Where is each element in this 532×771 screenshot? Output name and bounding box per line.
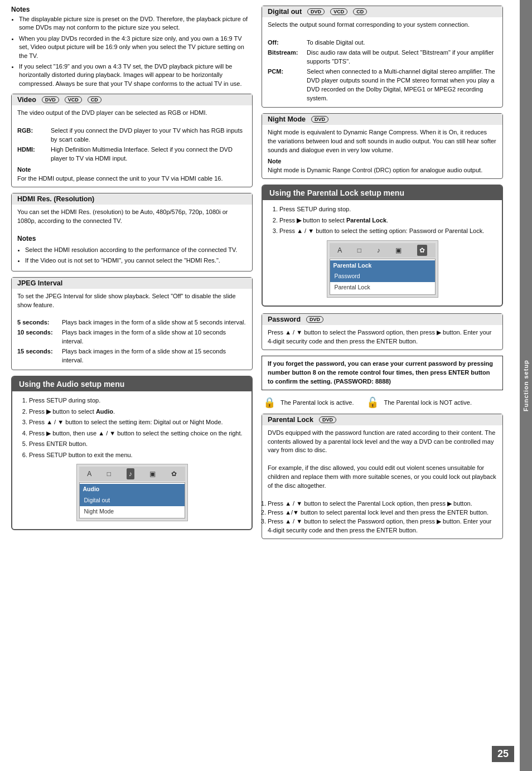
list-item: Press ▲/▼ button to select parental lock… xyxy=(268,508,497,517)
video-header: Video DVD VCD CD xyxy=(12,94,252,105)
list-item: Press ENTER button. xyxy=(29,439,245,449)
note-title: Note xyxy=(268,158,281,164)
menu-icon-a: A xyxy=(87,469,91,479)
def-body: Select if you connect the DVD player to … xyxy=(51,127,246,144)
list-item: Press SETUP button to exit the menu. xyxy=(29,450,245,460)
menu-topbar: A □ ♪ ▣ ✿ xyxy=(79,467,185,481)
def-body: Plays back images in the form of a slide… xyxy=(62,347,246,365)
digital-out-section: Digital out DVD VCD CD Selects the outpu… xyxy=(262,6,503,108)
parental-lock-header: Parental Lock DVD xyxy=(262,414,502,425)
lock-icons-row: 🔒 The Parental lock is active. 🔓 The Par… xyxy=(262,395,503,410)
parental-lock-section: Parental Lock DVD DVDs equipped with the… xyxy=(262,414,503,539)
badge-cd: CD xyxy=(353,8,367,15)
lock-active-item: 🔒 The Parental lock is active. xyxy=(262,395,354,410)
def-body: Plays back images in the form of a slide… xyxy=(62,328,246,346)
digital-out-header: Digital out DVD VCD CD xyxy=(262,6,502,17)
hdmi-header: HDMI Res. (Resolution) xyxy=(12,193,252,205)
parental-steps-list: Press SETUP during stop. Press ▶ button … xyxy=(269,205,495,236)
two-column-layout: Notes The displayable picture size is pr… xyxy=(11,6,503,545)
list-item: Press SETUP during stop. xyxy=(279,205,495,214)
parental-lock-content: DVDs equipped with the password function… xyxy=(262,425,502,539)
list-item: If you select "16:9" and you own a 4:3 T… xyxy=(19,62,253,88)
lock-inactive-icon: 🔓 xyxy=(365,395,380,410)
digital-out-intro: Selects the output sound format correspo… xyxy=(268,21,497,30)
list-item: Press ▶ button to select Parental Lock. xyxy=(279,216,495,225)
jpeg-intro: To set the JPEG Interval for slide show … xyxy=(17,292,246,310)
left-column: Notes The displayable picture size is pr… xyxy=(11,6,253,545)
list-item: When you play DVDs recorded in the 4:3 p… xyxy=(19,35,253,60)
video-badge-vcd: VCD xyxy=(65,96,82,103)
list-item: Select the HDMI resolution according to … xyxy=(25,246,246,254)
warning-text: If you forget the password, you can eras… xyxy=(268,360,493,385)
menu-item[interactable]: Digital out xyxy=(80,495,185,506)
def-term: 5 seconds: xyxy=(17,318,62,327)
list-item: Press ▶ button, then use ▲ / ▼ button to… xyxy=(29,429,245,438)
right-column: Digital out DVD VCD CD Selects the outpu… xyxy=(262,6,503,545)
menu-item[interactable]: Password xyxy=(330,271,435,282)
jpeg-content: To set the JPEG Interval for slide show … xyxy=(12,289,252,370)
lock-active-icon: 🔒 xyxy=(262,395,277,410)
parental-lock-setup-header: Using the Parental Lock setup menu xyxy=(263,186,502,200)
lock-inactive-label: The Parental lock is NOT active. xyxy=(384,399,472,406)
def-term: RGB: xyxy=(17,127,51,144)
notes-top-title: Notes xyxy=(11,6,253,13)
menu-icon-gear: ✿ xyxy=(417,245,427,256)
list-item: If the Video out is not set to "HDMI", y… xyxy=(25,256,246,265)
side-tab: Function setup xyxy=(520,0,532,771)
parental-lock-para2: For example, if the disc allowed, you co… xyxy=(268,464,497,491)
digital-out-off: Off: To disable Digital out. xyxy=(268,38,497,47)
audio-menu-mock: A □ ♪ ▣ ✿ Audio Digital out Night Mode xyxy=(76,464,188,521)
audio-setup-section: Using the Audio setup menu Press SETUP d… xyxy=(11,376,253,530)
menu-item[interactable]: Parental Lock xyxy=(330,282,435,293)
parental-menu-mock: A □ ♪ ▣ ✿ Parental Lock Password Parenta… xyxy=(327,240,438,298)
note-body: Night mode is Dynamic Range Control (DRC… xyxy=(268,167,482,173)
list-item: Press ▲ / ▼ button to select the Passwor… xyxy=(268,517,497,535)
def-term: 10 seconds: xyxy=(17,328,62,346)
jpeg-header: JPEG Interval xyxy=(12,278,252,289)
page-container: Function setup Notes The displayable pic… xyxy=(0,0,532,771)
list-item: Press ▲ / ▼ button to select the setting… xyxy=(29,418,245,427)
def-term: 15 seconds: xyxy=(17,347,62,365)
list-item: Press SETUP during stop. xyxy=(29,396,245,405)
video-badge-cd: CD xyxy=(88,96,101,103)
menu-icon-note: ♪ xyxy=(127,468,134,479)
def-body: To disable Digital out. xyxy=(307,38,497,47)
badge-dvd: DVD xyxy=(319,416,336,423)
notes-top-list: The displayable picture size is preset o… xyxy=(11,15,253,88)
night-mode-header: Night Mode DVD xyxy=(262,114,502,125)
side-tab-label: Function setup xyxy=(523,360,529,411)
def-term: Off: xyxy=(268,38,307,47)
video-section: Video DVD VCD CD The video output of the… xyxy=(11,94,253,187)
audio-steps-list: Press SETUP during stop. Press ▶ button … xyxy=(19,396,245,459)
night-mode-note: Note Night mode is Dynamic Range Control… xyxy=(268,157,497,175)
menu-category: Audio xyxy=(80,484,185,495)
def-body: Plays back images in the form of a slide… xyxy=(62,318,246,327)
password-header: Password DVD xyxy=(262,314,502,325)
menu-list: Parental Lock Password Parental Lock xyxy=(330,259,436,295)
page-number-area: 25 xyxy=(492,746,514,762)
night-mode-text: Night mode is equivalent to Dynamic Rang… xyxy=(268,128,497,155)
hdmi-content: You can set the HDMI Res. (resolution) t… xyxy=(12,205,252,271)
menu-item[interactable]: Night Mode xyxy=(80,506,185,517)
parental-lock-steps: Press ▲ / ▼ button to select the Parenta… xyxy=(268,500,497,535)
digital-out-title: Digital out xyxy=(268,8,302,16)
video-badge-dvd: DVD xyxy=(42,96,59,103)
parental-lock-para1: DVDs equipped with the password function… xyxy=(268,429,497,455)
menu-icon-a: A xyxy=(337,245,342,255)
jpeg-def-15: 15 seconds: Plays back images in the for… xyxy=(17,347,246,365)
video-intro: The video output of the DVD player can b… xyxy=(17,109,246,118)
hdmi-intro: You can set the HDMI Res. (resolution) t… xyxy=(17,208,246,226)
menu-topbar: A □ ♪ ▣ ✿ xyxy=(330,243,436,258)
audio-setup-content: Press SETUP during stop. Press ▶ button … xyxy=(12,391,252,529)
warning-box: If you forget the password, you can eras… xyxy=(262,356,503,390)
menu-icon-square: □ xyxy=(357,245,361,255)
password-text: Press ▲ / ▼ button to select the Passwor… xyxy=(268,328,497,346)
badge-dvd: DVD xyxy=(306,316,323,323)
def-body: High Definition Multimedia Interface. Se… xyxy=(51,146,246,163)
list-item: Press ▶ button to select Audio. xyxy=(29,407,245,416)
parental-lock-title: Parental Lock xyxy=(268,416,313,424)
night-mode-title: Night Mode xyxy=(268,115,306,123)
badge-vcd: VCD xyxy=(330,8,347,15)
lock-inactive-item: 🔓 The Parental lock is NOT active. xyxy=(365,395,472,410)
video-note: Note For the HDMI output, please connect… xyxy=(17,166,246,183)
